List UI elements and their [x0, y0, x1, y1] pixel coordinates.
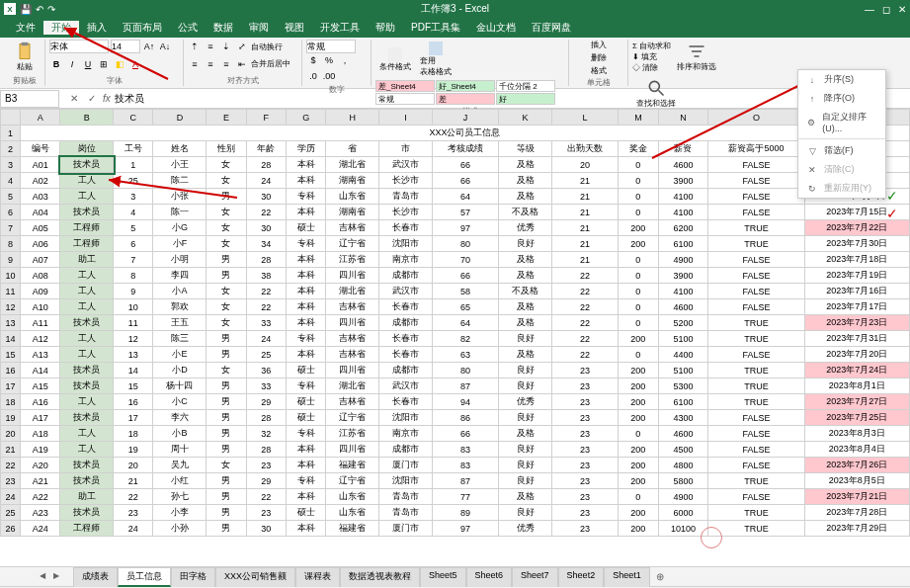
- col-head-A[interactable]: A: [21, 110, 60, 126]
- data-cell[interactable]: 沈阳市: [379, 473, 433, 489]
- data-cell[interactable]: 23: [551, 521, 618, 537]
- data-cell[interactable]: 6100: [658, 236, 708, 252]
- data-cell[interactable]: 湖北省: [326, 157, 379, 173]
- data-cell[interactable]: 3: [114, 189, 153, 205]
- data-cell[interactable]: 男: [207, 268, 246, 284]
- data-cell[interactable]: 4: [114, 205, 153, 220]
- menu-帮助[interactable]: 帮助: [368, 21, 403, 35]
- data-cell[interactable]: 本科: [286, 268, 325, 284]
- data-cell[interactable]: 女: [207, 284, 246, 299]
- data-cell[interactable]: 16: [114, 394, 153, 410]
- data-cell[interactable]: 及格: [499, 299, 552, 315]
- data-cell[interactable]: 男: [207, 489, 246, 505]
- data-cell[interactable]: 吉林省: [326, 347, 379, 363]
- data-cell[interactable]: 南京市: [379, 426, 433, 442]
- data-cell[interactable]: 四川省: [326, 268, 379, 284]
- data-cell[interactable]: A07: [21, 252, 60, 268]
- name-box[interactable]: [0, 90, 59, 108]
- row-head-17[interactable]: 17: [1, 378, 21, 394]
- data-cell[interactable]: FALSE: [708, 205, 804, 220]
- data-cell[interactable]: 82: [432, 331, 498, 347]
- data-cell[interactable]: 女: [207, 363, 246, 378]
- data-cell[interactable]: 及格: [499, 315, 552, 331]
- data-cell[interactable]: 陈三: [153, 331, 207, 347]
- data-cell[interactable]: TRUE: [708, 394, 804, 410]
- data-cell[interactable]: 22: [551, 347, 618, 363]
- row-head-18[interactable]: 18: [1, 394, 21, 410]
- data-cell[interactable]: 及格: [499, 426, 552, 442]
- fill-button[interactable]: ⬇ 填充: [632, 51, 671, 62]
- data-cell[interactable]: 0: [619, 189, 658, 205]
- data-cell[interactable]: 小G: [153, 220, 207, 236]
- data-cell[interactable]: 89: [432, 505, 498, 521]
- tab-nav-prev-icon[interactable]: ◀: [40, 571, 51, 583]
- qat-undo-icon[interactable]: ↶: [36, 4, 43, 15]
- data-cell[interactable]: 湖南省: [326, 205, 379, 220]
- sheet-tab-田字格[interactable]: 田字格: [171, 567, 215, 587]
- data-cell[interactable]: 2023年7月15日: [804, 205, 909, 220]
- fx-icon[interactable]: fx: [103, 93, 111, 104]
- header-cell[interactable]: 等级: [499, 141, 552, 157]
- data-cell[interactable]: 技术员: [60, 505, 114, 521]
- col-head-N[interactable]: N: [658, 110, 708, 126]
- data-cell[interactable]: 硕士: [286, 410, 325, 426]
- data-cell[interactable]: 24: [246, 331, 286, 347]
- data-cell[interactable]: 32: [246, 426, 286, 442]
- data-cell[interactable]: 小C: [153, 394, 207, 410]
- sheet-tab-课程表[interactable]: 课程表: [295, 567, 340, 587]
- data-cell[interactable]: 本科: [286, 458, 325, 473]
- decrease-font-icon[interactable]: A↓: [158, 40, 172, 53]
- data-cell[interactable]: FALSE: [708, 268, 804, 284]
- data-cell[interactable]: 33: [246, 378, 286, 394]
- row-head-6[interactable]: 6: [1, 205, 21, 220]
- data-cell[interactable]: 0: [619, 426, 658, 442]
- data-cell[interactable]: 技术员: [60, 378, 114, 394]
- align-right-icon[interactable]: ≡: [219, 57, 233, 71]
- data-cell[interactable]: 辽宁省: [326, 473, 379, 489]
- data-cell[interactable]: 3900: [658, 268, 708, 284]
- row-head-14[interactable]: 14: [1, 331, 21, 347]
- data-cell[interactable]: 4900: [658, 489, 708, 505]
- data-cell[interactable]: 小王: [153, 157, 207, 173]
- data-cell[interactable]: 成都市: [379, 315, 433, 331]
- data-cell[interactable]: 长春市: [379, 347, 433, 363]
- data-cell[interactable]: 200: [619, 363, 658, 378]
- data-cell[interactable]: 本科: [286, 205, 325, 220]
- data-cell[interactable]: 及格: [499, 489, 552, 505]
- qat-save-icon[interactable]: 💾: [20, 4, 32, 15]
- data-cell[interactable]: 江苏省: [326, 252, 379, 268]
- data-cell[interactable]: 成都市: [379, 442, 433, 458]
- align-middle-icon[interactable]: ≡: [204, 40, 217, 53]
- data-cell[interactable]: 200: [619, 458, 658, 473]
- data-cell[interactable]: 5200: [658, 315, 708, 331]
- data-cell[interactable]: 2023年7月25日: [804, 410, 909, 426]
- data-cell[interactable]: 83: [432, 458, 498, 473]
- data-cell[interactable]: 66: [432, 426, 498, 442]
- data-cell[interactable]: 30: [246, 521, 286, 537]
- sheet-tab-Sheet6[interactable]: Sheet6: [466, 567, 513, 587]
- data-cell[interactable]: 2023年7月29日: [804, 521, 909, 537]
- data-cell[interactable]: 87: [432, 378, 498, 394]
- data-cell[interactable]: A11: [21, 315, 60, 331]
- data-cell[interactable]: 4500: [658, 442, 708, 458]
- currency-icon[interactable]: $: [306, 53, 320, 67]
- header-cell[interactable]: 奖金: [619, 141, 658, 157]
- data-cell[interactable]: 江苏省: [326, 426, 379, 442]
- row-head-23[interactable]: 23: [1, 473, 21, 489]
- data-cell[interactable]: 优秀: [499, 394, 552, 410]
- data-cell[interactable]: 22: [551, 284, 618, 299]
- data-cell[interactable]: 技术员: [60, 157, 114, 173]
- row-head-25[interactable]: 25: [1, 505, 21, 521]
- col-head-G[interactable]: G: [286, 110, 325, 126]
- data-cell[interactable]: 男: [207, 347, 246, 363]
- orientation-icon[interactable]: ⤢: [235, 40, 249, 53]
- data-cell[interactable]: 助工: [60, 252, 114, 268]
- data-cell[interactable]: 男: [207, 394, 246, 410]
- data-cell[interactable]: 2023年7月18日: [804, 252, 909, 268]
- data-cell[interactable]: 湖北省: [326, 378, 379, 394]
- data-cell[interactable]: TRUE: [708, 363, 804, 378]
- data-cell[interactable]: 2023年7月23日: [804, 315, 909, 331]
- menu-开始[interactable]: 开始: [43, 21, 79, 35]
- data-cell[interactable]: 福建省: [326, 521, 379, 537]
- data-cell[interactable]: 66: [432, 173, 498, 189]
